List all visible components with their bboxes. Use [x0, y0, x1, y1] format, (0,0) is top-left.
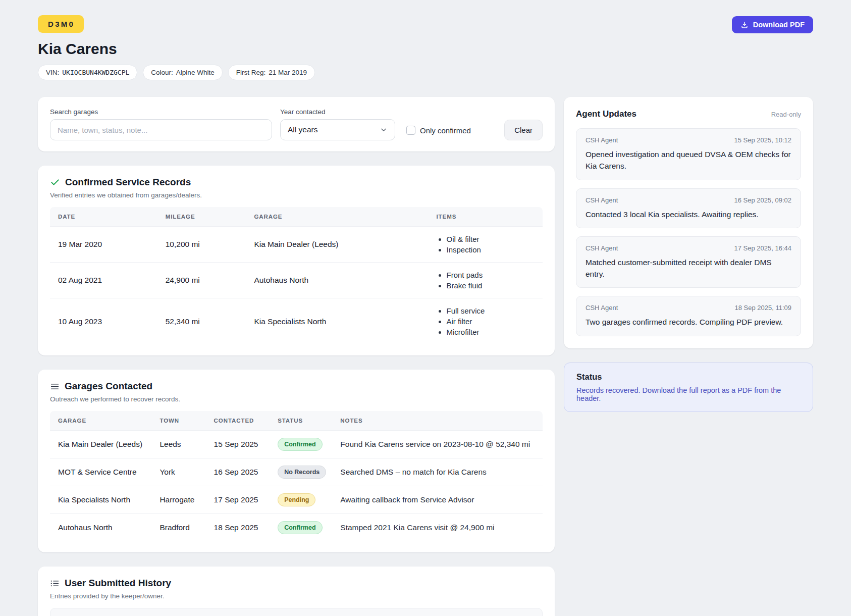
- menu-icon: [50, 382, 60, 391]
- table-header-row: DATE MILEAGE GARAGE ITEMS: [50, 207, 543, 227]
- demo-badge: D3M0: [38, 15, 84, 33]
- search-input[interactable]: [50, 119, 272, 140]
- agent-timestamp: 18 Sep 2025, 11:09: [734, 304, 791, 312]
- agent-author: CSH Agent: [586, 304, 618, 312]
- contact-garage: Kia Main Dealer (Leeds): [50, 431, 152, 458]
- page-header: D3M0 Kia Carens VIN: UKIQCBUN4KWDZGCPL C…: [38, 15, 813, 97]
- status-badge: Confirmed: [278, 438, 323, 451]
- status-badge: Pending: [278, 493, 315, 506]
- record-garage: Kia Main Dealer (Leeds): [247, 227, 429, 263]
- garage-contact-row: Kia Main Dealer (Leeds) Leeds 15 Sep 202…: [50, 431, 543, 458]
- agent-author: CSH Agent: [586, 244, 618, 252]
- contact-date: 17 Sep 2025: [207, 486, 271, 514]
- column-status: STATUS: [271, 411, 333, 431]
- column-town: TOWN: [152, 411, 206, 431]
- first-reg-chip: First Reg: 21 Mar 2019: [228, 65, 315, 80]
- filter-card: Search garages Year contacted All years: [38, 97, 555, 151]
- contact-garage: MOT & Service Centre: [50, 458, 152, 486]
- header-left: D3M0 Kia Carens VIN: UKIQCBUN4KWDZGCPL C…: [38, 15, 315, 97]
- contact-status-cell: Confirmed: [271, 514, 333, 542]
- user-history-title: User Submitted History: [65, 578, 171, 589]
- vin-label: VIN:: [46, 69, 59, 76]
- agent-updates-panel: Agent Updates Read-only CSH Agent 15 Sep…: [564, 97, 813, 348]
- column-contacted: CONTACTED: [207, 411, 271, 431]
- service-item: Air filter: [447, 316, 536, 327]
- download-pdf-button[interactable]: Download PDF: [732, 16, 813, 33]
- first-reg-label: First Reg:: [236, 69, 266, 76]
- record-mileage: 52,340 mi: [158, 298, 247, 345]
- service-item: Microfilter: [447, 327, 536, 337]
- confirmed-records-card: Confirmed Service Records Verified entri…: [38, 166, 555, 355]
- first-reg-value: 21 Mar 2019: [269, 69, 307, 76]
- record-garage: Kia Specialists North: [247, 298, 429, 345]
- page: D3M0 Kia Carens VIN: UKIQCBUN4KWDZGCPL C…: [0, 0, 851, 616]
- contact-town: Bradford: [152, 514, 206, 542]
- contact-town: Leeds: [152, 431, 206, 458]
- contact-status-cell: No Records: [271, 458, 333, 486]
- garages-contacted-subtitle: Outreach we performed to recover records…: [50, 395, 543, 403]
- column-mileage: MILEAGE: [158, 207, 247, 227]
- year-group: Year contacted All years: [280, 108, 395, 140]
- download-pdf-label: Download PDF: [753, 21, 805, 29]
- agent-text: Two garages confirmed records. Compiling…: [586, 316, 791, 328]
- agent-update-item: CSH Agent 16 Sep 2025, 09:02 Contacted 3…: [576, 188, 801, 228]
- service-item: Inspection: [447, 244, 536, 255]
- year-select[interactable]: All years: [280, 119, 395, 140]
- status-text: Records recovered. Download the full rep…: [576, 386, 801, 402]
- search-group: Search garages: [50, 108, 272, 140]
- vin-chip: VIN: UKIQCBUN4KWDZGCPL: [38, 65, 137, 80]
- column-date: DATE: [50, 207, 158, 227]
- page-title: Kia Carens: [38, 40, 315, 58]
- chevron-down-icon: [380, 126, 388, 134]
- only-confirmed-checkbox[interactable]: [406, 126, 415, 135]
- service-record-row: 19 Mar 2020 10,200 mi Kia Main Dealer (L…: [50, 227, 543, 263]
- agent-update-item: CSH Agent 15 Sep 2025, 10:12 Opened inve…: [576, 128, 801, 180]
- user-history-subtitle: Entries provided by the keeper/owner.: [50, 592, 543, 600]
- contact-date: 16 Sep 2025: [207, 458, 271, 486]
- colour-value: Alpine White: [176, 69, 215, 76]
- service-item: Full service: [447, 305, 536, 316]
- contact-date: 18 Sep 2025: [207, 514, 271, 542]
- record-mileage: 24,900 mi: [158, 263, 247, 298]
- only-confirmed-group: Only confirmed: [406, 126, 471, 135]
- service-item: Brake fluid: [447, 280, 536, 291]
- confirmed-records-title: Confirmed Service Records: [65, 177, 191, 188]
- agent-updates-list: CSH Agent 15 Sep 2025, 10:12 Opened inve…: [576, 128, 801, 336]
- contact-notes: Awaiting callback from Service Advisor: [333, 486, 543, 514]
- user-history-entry: 12 Sep 2020 15,800 mi Oil & filter at ho…: [50, 608, 543, 616]
- record-items: Full serviceAir filterMicrofilter: [430, 298, 543, 345]
- agent-text: Contacted 3 local Kia specialists. Await…: [586, 209, 791, 220]
- contact-status-cell: Confirmed: [271, 431, 333, 458]
- colour-chip: Colour: Alpine White: [143, 65, 222, 80]
- contact-garage: Kia Specialists North: [50, 486, 152, 514]
- column-garage: GARAGE: [50, 411, 152, 431]
- contact-town: Harrogate: [152, 486, 206, 514]
- confirmed-records-subtitle: Verified entries we obtained from garage…: [50, 191, 543, 199]
- download-icon: [740, 21, 749, 29]
- status-box: Status Records recovered. Download the f…: [564, 363, 813, 412]
- agent-text: Opened investigation and queued DVSA & O…: [586, 148, 791, 172]
- service-record-row: 02 Aug 2021 24,900 mi Autohaus North Fro…: [50, 263, 543, 298]
- agent-timestamp: 16 Sep 2025, 09:02: [734, 196, 792, 204]
- contact-town: York: [152, 458, 206, 486]
- status-title: Status: [576, 372, 801, 382]
- table-header-row: GARAGE TOWN CONTACTED STATUS NOTES: [50, 411, 543, 431]
- user-entries-list: 12 Sep 2020 15,800 mi Oil & filter at ho…: [50, 608, 543, 616]
- year-select-value: All years: [288, 125, 317, 134]
- vin-value: UKIQCBUN4KWDZGCPL: [62, 69, 129, 76]
- agent-timestamp: 15 Sep 2025, 10:12: [734, 136, 792, 144]
- contact-date: 15 Sep 2025: [207, 431, 271, 458]
- garages-contacted-card: Garages Contacted Outreach we performed …: [38, 370, 555, 552]
- readonly-badge: Read-only: [771, 111, 801, 118]
- search-label: Search garages: [50, 108, 272, 116]
- contact-garage: Autohaus North: [50, 514, 152, 542]
- clear-button[interactable]: Clear: [504, 120, 543, 140]
- garages-contacted-table: GARAGE TOWN CONTACTED STATUS NOTES Kia M…: [50, 411, 543, 541]
- garage-contact-row: MOT & Service Centre York 16 Sep 2025 No…: [50, 458, 543, 486]
- contact-notes: Searched DMS – no match for Kia Carens: [333, 458, 543, 486]
- user-history-card: User Submitted History Entries provided …: [38, 567, 555, 616]
- agent-updates-title: Agent Updates: [576, 109, 636, 119]
- column-notes: NOTES: [333, 411, 543, 431]
- list-icon: [50, 579, 60, 588]
- year-label: Year contacted: [280, 108, 395, 116]
